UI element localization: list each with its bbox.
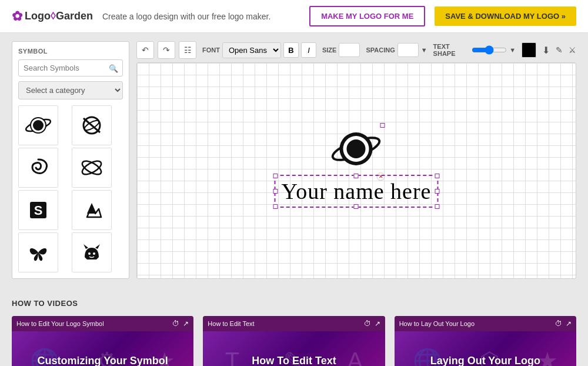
video-card-3[interactable]: How to Lay Out Your Logo ⏱ ↗ 🌐⬡★ Laying …	[395, 316, 576, 366]
spacing-wrap: SPACING 0 ▼	[366, 43, 427, 57]
logo-name-text: Your name here	[282, 178, 432, 204]
main-area: SYMBOL 🔍 Select a category	[0, 33, 588, 287]
video-1-thumbnail: 🌐⚙★ Customizing Your Symbol	[12, 331, 193, 366]
logo-symbol[interactable]: ✕	[330, 125, 383, 178]
corner-tm[interactable]	[354, 174, 359, 178]
video-2-main-title: How To Edit Text	[246, 355, 342, 367]
font-label: FONT	[202, 46, 220, 54]
search-icon: 🔍	[109, 64, 118, 72]
search-wrapper: 🔍	[18, 59, 123, 76]
size-label: SIZE	[322, 46, 336, 54]
symbol-cell-1[interactable]	[18, 105, 58, 145]
video-1-top-bar: How to Edit Your Logo Symbol ⏱ ↗	[12, 316, 193, 331]
search-input[interactable]	[18, 59, 123, 76]
text-shape-label: TEXT SHAPE	[433, 43, 470, 57]
video-card-2[interactable]: How to Edit Text ⏱ ↗ T✎A How To Edit Tex…	[203, 316, 385, 366]
svg-text:S: S	[34, 203, 43, 218]
symbol-panel-label: SYMBOL	[18, 48, 123, 55]
video-2-top-bar: How to Edit Text ⏱ ↗	[203, 316, 385, 331]
toolbar: ↶ ↷ ☷ FONT Open Sans B I SIZE 48 SPACING…	[136, 41, 576, 59]
symbol-panel: SYMBOL 🔍 Select a category	[12, 41, 129, 279]
svg-point-14	[93, 252, 95, 255]
grid-button[interactable]: ☷	[179, 41, 196, 59]
share-icon-3: ↗	[566, 320, 572, 328]
italic-button[interactable]: I	[301, 42, 316, 58]
spacing-input[interactable]: 0	[397, 43, 419, 57]
video-3-top-title: How to Lay Out Your Logo	[399, 320, 475, 327]
symbol-cell-4[interactable]	[72, 148, 112, 188]
canvas-panel: ↶ ↷ ☷ FONT Open Sans B I SIZE 48 SPACING…	[136, 41, 576, 279]
category-select[interactable]: Select a category	[18, 81, 123, 99]
clock-icon-1: ⏱	[172, 320, 179, 328]
videos-section: HOW TO VIDEOS How to Edit Your Logo Symb…	[0, 287, 588, 366]
symbol-cell-3[interactable]	[18, 148, 58, 188]
video-3-main-title: Laying Out Your Logo	[425, 355, 546, 367]
video-2-top-title: How to Edit Text	[208, 320, 254, 327]
make-logo-button[interactable]: MAKE MY LOGO FOR ME	[309, 6, 425, 26]
video-3-top-icons: ⏱ ↗	[555, 320, 572, 328]
symbol-corner-tr	[380, 123, 385, 128]
header: ✿ Logo◊Garden Create a logo design with …	[0, 0, 588, 33]
svg-point-3	[33, 120, 44, 131]
bold-button[interactable]: B	[283, 42, 299, 58]
svg-point-18	[347, 139, 366, 158]
canvas-wrapper: ✕ Your name here	[136, 62, 576, 279]
symbol-cell-8[interactable]	[72, 232, 112, 272]
symbol-cell-7[interactable]	[18, 232, 58, 272]
font-select[interactable]: Open Sans	[222, 42, 281, 58]
color-swatch[interactable]	[522, 42, 536, 58]
logo-icon: ✿	[12, 9, 22, 24]
text-selection-box[interactable]: Your name here	[275, 175, 439, 208]
video-1-top-icons: ⏱ ↗	[172, 320, 189, 328]
logo-canvas-content: ✕ Your name here	[275, 125, 439, 208]
share-icon-2: ↗	[375, 320, 380, 328]
corner-ml[interactable]	[273, 189, 278, 194]
videos-grid: How to Edit Your Logo Symbol ⏱ ↗ 🌐⚙★ Cus…	[12, 316, 576, 366]
tagline: Create a logo design with our free logo …	[102, 12, 300, 21]
corner-bl[interactable]	[273, 204, 278, 209]
logo-text: Logo◊Garden	[25, 10, 93, 22]
share-icon-1: ↗	[183, 320, 189, 328]
spacing-label: SPACING	[366, 46, 395, 54]
clock-icon-2: ⏱	[364, 320, 371, 328]
logo-area: ✿ Logo◊Garden	[12, 9, 93, 24]
text-shape-arrow: ▼	[509, 46, 516, 54]
corner-br[interactable]	[435, 204, 439, 209]
spacing-arrow: ▼	[421, 46, 427, 54]
size-wrap: SIZE 48	[322, 43, 360, 57]
clock-icon-3: ⏱	[555, 320, 562, 328]
size-input[interactable]: 48	[339, 43, 360, 57]
corner-mr[interactable]	[435, 189, 439, 194]
symbol-cell-6[interactable]	[72, 190, 112, 230]
save-download-button[interactable]: SAVE & DOWNLOAD MY LOGO »	[435, 6, 576, 26]
svg-marker-12	[87, 203, 96, 214]
video-card-1[interactable]: How to Edit Your Logo Symbol ⏱ ↗ 🌐⚙★ Cus…	[12, 316, 193, 366]
toolbar-undo-redo: ↶ ↷ ☷	[136, 41, 196, 59]
video-1-top-title: How to Edit Your Logo Symbol	[16, 320, 104, 327]
text-shape-slider[interactable]	[472, 45, 507, 55]
symbol-grid: S	[18, 105, 123, 272]
video-3-top-bar: How to Lay Out Your Logo ⏱ ↗	[395, 316, 576, 331]
text-shape-wrap: TEXT SHAPE ▼	[433, 43, 516, 57]
svg-point-13	[88, 252, 91, 255]
undo-button[interactable]: ↶	[136, 41, 154, 59]
font-select-wrap: FONT Open Sans B I	[202, 42, 316, 58]
video-2-top-icons: ⏱ ↗	[364, 320, 380, 328]
video-1-main-title: Customizing Your Symbol	[31, 355, 173, 367]
videos-title: HOW TO VIDEOS	[12, 299, 576, 308]
paint-icon-button[interactable]: ✎	[556, 45, 563, 55]
corner-tr[interactable]	[435, 174, 439, 178]
corner-bm[interactable]	[354, 204, 359, 209]
video-2-thumbnail: T✎A How To Edit Text	[203, 331, 385, 366]
redo-button[interactable]: ↷	[158, 41, 175, 59]
video-3-thumbnail: 🌐⬡★ Laying Out Your Logo	[395, 331, 576, 366]
symbol-cell-5[interactable]: S	[18, 190, 58, 230]
symbol-cell-2[interactable]	[72, 105, 112, 145]
corner-tl[interactable]	[273, 174, 278, 178]
download-icon-button[interactable]: ⬇	[542, 45, 550, 56]
shield-icon-button[interactable]: ⚔	[569, 45, 576, 55]
